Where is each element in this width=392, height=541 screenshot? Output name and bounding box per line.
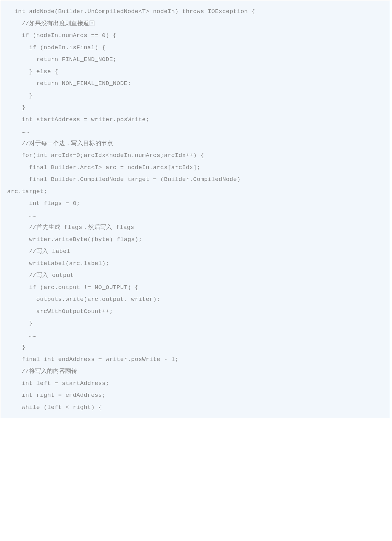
code-line: if (arc.output != NO_OUTPUT) { [1,282,390,294]
code-line: } else { [1,66,390,78]
code-line: …… [1,210,390,222]
code-line: outputs.write(arc.output, writer); [1,293,390,306]
code-line: return NON_FINAL_END_NODE; [1,78,390,90]
code-line: int startAddress = writer.posWrite; [1,114,390,126]
code-line: …… [1,330,390,342]
code-line: if (nodeIn.numArcs == 0) { [1,30,390,42]
code-line: final int endAddress = writer.posWrite -… [1,354,390,366]
code-line: //写入 label [1,245,390,258]
code-line: } [1,90,390,102]
code-line: arcWithOutputCount++; [1,306,390,318]
code-line: final Builder.CompiledNode target = (Bui… [1,173,390,186]
code-line: int flags = 0; [1,197,390,210]
code-line: //写入 output [1,269,390,282]
code-line: for(int arcIdx=0;arcIdx<nodeIn.numArcs;a… [1,149,390,162]
code-line: int addNode(Builder.UnCompiledNode<T> no… [1,6,390,18]
code-line: return FINAL_END_NODE; [1,54,390,66]
code-line: arc.target; [1,186,390,198]
code-line: //如果没有出度则直接返回 [1,18,390,30]
code-line: …… [1,126,390,138]
code-block: int addNode(Builder.UnCompiledNode<T> no… [1,1,390,418]
code-line: //对于每一个边，写入目标的节点 [1,138,390,150]
code-line: if (nodeIn.isFinal) { [1,42,390,54]
code-line: int left = startAddress; [1,377,390,390]
code-line: while (left < right) { [1,401,390,414]
code-line: //将写入的内容翻转 [1,365,390,377]
code-line: } [1,102,390,114]
code-line: //首先生成 flags，然后写入 flags [1,221,390,234]
code-line: final Builder.Arc<T> arc = nodeIn.arcs[a… [1,162,390,174]
code-line: int right = endAddress; [1,389,390,401]
code-line: writeLabel(arc.label); [1,258,390,270]
code-line: writer.writeByte((byte) flags); [1,234,390,246]
code-line: } [1,341,390,354]
code-line: } [1,317,390,330]
